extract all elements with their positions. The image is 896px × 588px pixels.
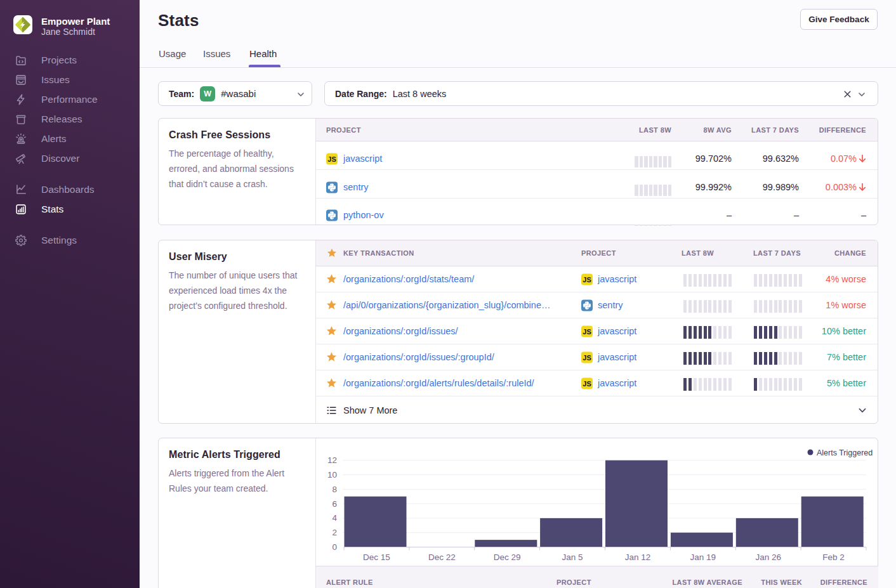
svg-text:Jan 26: Jan 26 [755,552,781,562]
svg-text:Dec 22: Dec 22 [428,552,456,562]
svg-text:0: 0 [332,542,337,552]
svg-text:Jan 12: Jan 12 [625,552,651,562]
svg-text:Jan 5: Jan 5 [562,552,583,562]
svg-text:Feb 2: Feb 2 [822,552,845,562]
svg-text:Alerts Triggered: Alerts Triggered [817,448,873,457]
svg-text:6: 6 [332,499,337,509]
svg-text:10: 10 [327,470,337,480]
svg-text:Jan 19: Jan 19 [690,552,716,562]
svg-text:4: 4 [332,513,337,523]
svg-text:8: 8 [332,485,337,494]
svg-text:Dec 15: Dec 15 [363,552,390,562]
svg-text:2: 2 [332,528,337,537]
svg-text:12: 12 [327,455,337,465]
svg-text:Dec 29: Dec 29 [494,552,521,562]
